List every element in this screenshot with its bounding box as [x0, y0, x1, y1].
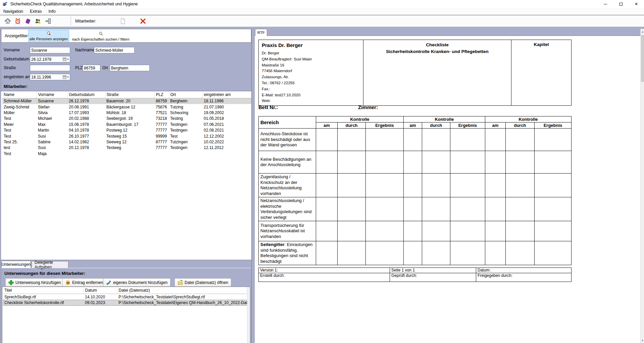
col-eingetreten[interactable]: eingetreten am — [202, 91, 251, 98]
strasse-field[interactable] — [30, 65, 70, 71]
eingetreten-field[interactable]: 18.11.1996 ▼ — [30, 74, 70, 80]
filter-label: Anzeigefilter: — [5, 29, 29, 42]
plz-field[interactable] — [83, 65, 100, 71]
calendar-dropdown-button[interactable]: ▼ — [63, 57, 69, 61]
tab-delegierte-aufgaben[interactable]: Delegierte Aufgaben — [32, 261, 68, 268]
employee-row[interactable]: Test 25. Sabine 14.02.1982 Seeweg 12 877… — [2, 139, 251, 145]
col-datei[interactable]: Datei (Datensatz) — [117, 287, 247, 294]
open-file-button[interactable]: Datei (Datensatz) öffnen — [175, 278, 231, 287]
app-window: SicherheitsCheck Qualitätsmanagement, Ar… — [0, 0, 644, 343]
employee-row[interactable]: Meier Max 15.06.1978 Bauernburgstr. 17 7… — [2, 121, 251, 127]
scroll-down-icon[interactable]: ▼ — [641, 338, 644, 343]
kapitel-cell: Kapitel — [511, 40, 572, 106]
calendar-icon — [63, 75, 66, 79]
open-file-label: Datei (Datensatz) öffnen — [185, 280, 228, 285]
checklist-row: Anschluss-Steckdose ist nicht beschädigt… — [259, 129, 572, 151]
unterweisungen-list: Titel Datum Datei (Datensatz) SprechStuB… — [2, 287, 250, 343]
am-header: am — [485, 122, 506, 129]
tab-unterweisungen[interactable]: Unterweisungen — [1, 261, 31, 268]
document-row[interactable]: Checkliste Sicherheitskontrolle.rtf 09.0… — [3, 300, 247, 306]
col-vorname[interactable]: Vorname — [37, 91, 67, 98]
tab-rtf[interactable]: RTF — [255, 29, 267, 36]
eingetreten-value: 18.11.1996 — [31, 75, 63, 80]
nachname-field[interactable] — [94, 47, 135, 53]
chevron-down-icon: ▼ — [67, 58, 69, 60]
geburtsdatum-field[interactable]: 26.12.1978 ▼ — [30, 56, 70, 62]
practice-line: Zulassungs.-Nr. — [262, 74, 360, 80]
exit-door-icon[interactable] — [44, 17, 52, 25]
practice-line: Dr. Berger — [262, 50, 360, 56]
plz-label: PLZ — [75, 65, 83, 71]
col-ort[interactable]: Ort — [169, 91, 202, 98]
bereich-header: Bereich — [259, 116, 316, 129]
calendar-dropdown-button[interactable]: ▼ — [63, 75, 69, 79]
new-document-icon[interactable] — [119, 17, 127, 25]
menu-info[interactable]: Info — [45, 8, 59, 15]
add-unterweisung-label: Unterweisung hinzufügen — [15, 280, 61, 285]
doc-title-cell: Checkliste Sicherheitskontrolle Kranken-… — [363, 40, 511, 106]
doc-footer-table: Version 1: Seite 1 von 1 Datum: Erstellt… — [258, 267, 572, 282]
alarm-clock-icon[interactable] — [14, 17, 21, 25]
left-panel: Anzeigefilter: alle Personen anzeigen — [1, 29, 252, 343]
vorname-field[interactable] — [30, 47, 70, 53]
employee-row[interactable]: Zweig-Schmid Stefan 20.08.1991 Bäckergas… — [2, 104, 251, 110]
checklist-bereich-cell: Transportsicherung für Netzanschlusskabe… — [259, 221, 316, 241]
kontrolle-header-1: Kontrolle — [316, 116, 404, 122]
menu-extras[interactable]: Extras — [27, 8, 45, 15]
employee-row[interactable]: Müller Silvia 17.07.1993 Mühlstr. 18 775… — [2, 110, 251, 115]
close-button[interactable]: ✕ — [629, 0, 644, 8]
toolbar: Mitarbeiter: — [0, 15, 644, 27]
employee-row[interactable]: Schmied-Müller Susanne 26.12.1978 Bauern… — [2, 98, 251, 104]
document-row[interactable]: SprechStuBegi.rtf 14.10.2020 P:\Sicherhe… — [3, 294, 247, 300]
menubar: Navigation Extras Info — [0, 8, 644, 15]
employee-row[interactable]: Test Michael 20.02.1988 Seebergstr. 19 7… — [2, 116, 251, 121]
search-by-properties-button[interactable]: nach Eigenschaften suchen / filtern — [70, 30, 131, 42]
maximize-button[interactable] — [613, 0, 629, 8]
employee-row[interactable]: Test Susi 26.10.1977 Testweg 15 99999 Te… — [2, 133, 251, 139]
ergebnis-header: Ergebnis — [535, 122, 572, 129]
employee-row[interactable]: Test Maja — [2, 151, 251, 156]
erstellt-label: Erstellt durch: — [259, 273, 390, 282]
ort-label: Ort — [102, 65, 108, 71]
show-all-persons-button[interactable]: alle Personen anzeigen — [28, 30, 69, 42]
rtf-document: Praxis Dr. Berger Dr. Berger QM-Beauftra… — [254, 36, 640, 343]
checklist-bereich-cell: Netzanschlussleitung / elektrische Verbi… — [259, 197, 316, 221]
add-unterweisung-button[interactable]: Unterweisung hinzufügen — [5, 278, 64, 287]
home-icon[interactable] — [4, 17, 11, 25]
durch-header: durch — [506, 122, 535, 129]
ort-field[interactable] — [110, 65, 150, 71]
kapitel-label: Kapitel — [514, 41, 568, 47]
checklist-row: Netzanschlussleitung / elektrische Verbi… — [259, 197, 572, 221]
col-titel[interactable]: Titel — [3, 287, 84, 294]
scroll-up-icon[interactable]: ▲ — [641, 29, 644, 34]
col-plz[interactable]: PLZ — [154, 91, 169, 98]
list-scrollbar[interactable] — [247, 287, 250, 343]
eingetreten-label: eingetreten am — [4, 74, 31, 80]
col-datum[interactable]: Datum — [84, 287, 117, 294]
add-own-document-button[interactable]: eigenes Dokument hinzufügen — [103, 278, 170, 287]
delete-icon[interactable] — [139, 17, 147, 25]
document-scrollbar[interactable]: ▲ ▼ — [640, 29, 644, 343]
book-icon[interactable] — [24, 17, 32, 25]
checklist-bereich-cell: Anschluss-Steckdose ist nicht beschädigt… — [259, 129, 316, 151]
employee-row[interactable]: Test Martin 04.10.1978 Postweg 12 77777 … — [2, 127, 251, 133]
checklist-table: Bereich Kontrolle Kontrolle Kontrolle am… — [258, 116, 572, 265]
col-strasse[interactable]: Straße — [105, 91, 154, 98]
users-icon[interactable] — [34, 17, 42, 25]
col-geburtsdatum[interactable]: Geburtsdatum — [67, 91, 105, 98]
minimize-button[interactable] — [598, 0, 613, 8]
employee-row[interactable]: test Susi 20.12.1978 Testweg 77777 Testi… — [2, 145, 251, 151]
scrollbar-thumb[interactable] — [641, 35, 644, 82]
remove-entry-button[interactable]: Eintrag entfernen — [62, 278, 106, 287]
am-header: am — [316, 122, 338, 129]
freigegeben-label: Freigegeben durch: — [476, 273, 572, 282]
col-name[interactable]: Name — [2, 91, 37, 98]
menu-navigation[interactable]: Navigation — [0, 8, 27, 15]
am-header: am — [404, 122, 422, 129]
plus-icon — [8, 280, 14, 285]
ergebnis-header: Ergebnis — [366, 122, 404, 129]
checklist-bereich-cell: Zugentlastung / Knickschutz an der Netza… — [259, 174, 316, 197]
version-label: Version 1: — [259, 268, 390, 273]
ergebnis-header: Ergebnis — [450, 122, 485, 129]
checklist-row: Seitengitter: Einrastungen sind funktion… — [259, 241, 572, 265]
